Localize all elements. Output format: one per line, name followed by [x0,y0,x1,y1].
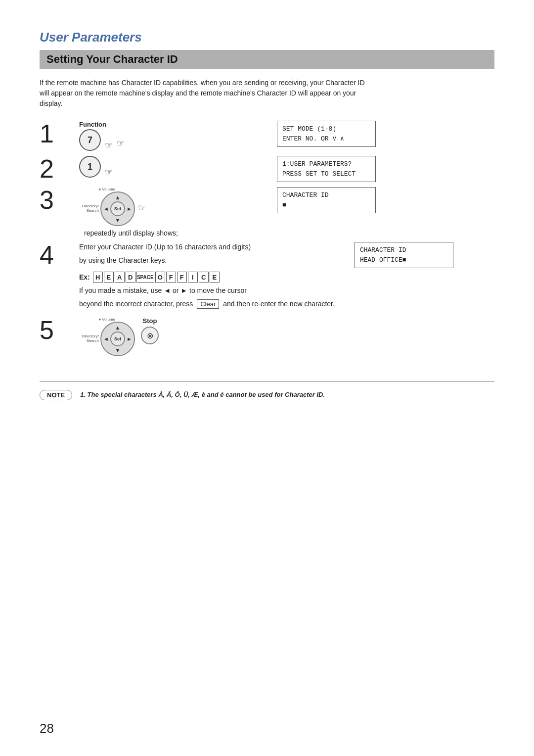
step-4-content: Enter your Character ID (Up to 16 charac… [79,242,494,312]
nav-left-5: ◄ [103,336,109,342]
nav-right-arrow: ► [127,206,132,212]
step-2-lcd: 1:USER PARAMETERS? PRESS SET TO SELECT [277,156,376,182]
step-4-lcd: CHARACTER ID HEAD OFFICE■ [355,242,453,268]
char-O: O [155,272,165,283]
function-group: Function 7 ☞ [79,121,113,151]
step-4-desc4: beyond the incorrect character, press Cl… [79,299,335,309]
step-4-desc1: Enter your Character ID (Up to 16 charac… [79,242,251,252]
lcd-line1-2: 1:USER PARAMETERS? [282,159,370,169]
char-F1: F [166,272,176,283]
step-2-left: 1 ☞ [79,156,257,178]
step-4-number: 4 [40,242,69,268]
step-5-number: 5 [40,317,69,343]
note-area: NOTE 1. The special characters À, Ä, Ö, … [40,390,494,400]
page-container: User Parameters Setting Your Character I… [0,0,534,756]
step-3-lcd: CHARACTER ID ■ [277,187,376,213]
lcd-display-2: 1:USER PARAMETERS? PRESS SET TO SELECT [277,156,376,182]
lcd-line1-3: CHARACTER ID [282,190,370,200]
hand-icon-2: ☞ [105,167,113,178]
hand-icon-3: ☞ [138,202,146,213]
volume-label-5: ♦ Volume [99,317,115,322]
repeat-text: repeatedly until display shows; [84,229,178,237]
char-I: I [188,272,198,283]
nav-pad[interactable]: ▲ ▼ ◄ ► Set [100,191,135,226]
section-title: User Parameters [40,30,494,45]
step-5-content: ♦ Volume Directory/ Search ▲ ▼ ◄ ► Set [79,317,494,356]
char-A: A [115,272,125,283]
note-text: 1. The special characters À, Ä, Ö, Ü, Æ,… [80,390,325,400]
bottom-rule [40,381,494,382]
char-E: E [104,272,114,283]
nav-down-arrow: ▼ [115,217,121,223]
lcd-display-4: CHARACTER ID HEAD OFFICE■ [355,242,453,268]
lcd-line2-4: HEAD OFFICE■ [360,255,448,265]
step-1-number: 1 [40,121,69,146]
lcd-line2-2: PRESS SET TO SELECT [282,169,370,179]
page-number: 28 [40,721,54,736]
hand-icon-1a: ☞ [105,140,113,151]
step-2-number: 2 [40,156,69,182]
intro-text: If the remote machine has Character ID c… [40,78,376,109]
step-1-row: 1 Function 7 ☞ ☞ [40,121,494,151]
char-D: D [126,272,135,283]
function-button[interactable]: 7 [79,129,101,151]
stop-area: ♦ Volume Directory/ Search ▲ ▼ ◄ ► Set [79,317,159,356]
hand-icon-1b: ☞ [117,138,125,149]
function-label: Function [79,121,106,128]
step-4-row: 4 Enter your Character ID (Up to 16 char… [40,242,494,312]
step-3-number: 3 [40,187,69,213]
step-5-left: ♦ Volume Directory/ Search ▲ ▼ ◄ ► Set [79,317,257,356]
char-C: C [199,272,209,283]
nav-right-5: ► [127,336,132,342]
lcd-line1-4: CHARACTER ID [360,245,448,255]
nav-left-arrow: ◄ [103,206,109,212]
step-3-content: ♦ Volume Directory/ Search ▲ ▼ ◄ [79,187,494,237]
nav-pad-5[interactable]: ▲ ▼ ◄ ► Set [100,322,135,356]
lcd-display-3: CHARACTER ID ■ [277,187,376,213]
lcd-line2-1: ENTER NO. OR ∨ ∧ [282,134,370,144]
nav-set-button[interactable]: Set [110,201,125,216]
nav-up-5: ▲ [115,325,121,331]
steps-area: 1 Function 7 ☞ ☞ [40,121,494,361]
step-3-left: ♦ Volume Directory/ Search ▲ ▼ ◄ [79,187,257,237]
step-1-icons: Function 7 ☞ ☞ [79,121,125,151]
lcd-line1-1: SET MODE (1-8) [282,124,370,134]
char-example: Ex: H E A D SPACE O F F I C E [79,272,220,283]
step-4-desc2: by using the Character keys. [79,255,167,266]
nav-up-arrow: ▲ [115,194,121,200]
note-badge: NOTE [40,390,72,400]
volume-label: ♦ Volume [99,187,115,191]
subsection-title: Setting Your Character ID [40,50,494,69]
stop-label: Stop [143,317,157,325]
directory-label-5: Directory/ Search [79,334,99,343]
step-1-lcd: SET MODE (1-8) ENTER NO. OR ∨ ∧ [277,121,376,147]
char-E2: E [210,272,220,283]
ex-label: Ex: [79,273,90,281]
nav-down-5: ▼ [115,347,121,353]
char-SPACE: SPACE [136,272,154,283]
char-H: H [93,272,103,283]
step-4-left: Enter your Character ID (Up to 16 charac… [79,242,335,312]
step-1-content: Function 7 ☞ ☞ SET MODE (1-8) ENTER NO. … [79,121,494,151]
step-2-row: 2 1 ☞ 1:USER PARAMETERS? PRESS SET TO SE… [40,156,494,182]
step-4-desc3: If you made a mistake, use ◄ or ► to mov… [79,285,247,296]
stop-button[interactable]: ⊗ [141,327,159,344]
step-1-left: Function 7 ☞ ☞ [79,121,257,151]
clear-button[interactable]: Clear [197,299,219,309]
char-F2: F [177,272,187,283]
lcd-display-1: SET MODE (1-8) ENTER NO. OR ∨ ∧ [277,121,376,147]
step-5-row: 5 ♦ Volume Directory/ Search ▲ ▼ [40,317,494,356]
step-3-row: 3 ♦ Volume Directory/ Search [40,187,494,237]
lcd-line2-3: ■ [282,200,370,210]
step-2-content: 1 ☞ 1:USER PARAMETERS? PRESS SET TO SELE… [79,156,494,182]
key-1-button[interactable]: 1 [79,156,101,178]
directory-label: Directory/ Search [79,204,99,213]
nav-set-5[interactable]: Set [110,331,125,346]
